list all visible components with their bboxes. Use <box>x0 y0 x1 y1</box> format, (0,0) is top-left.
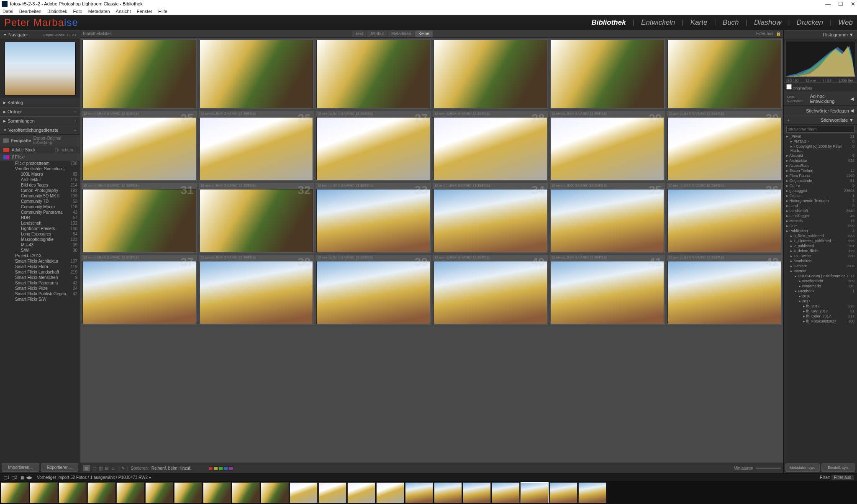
grid-cell[interactable] <box>432 38 549 110</box>
export-button[interactable]: Exportieren... <box>41 463 79 472</box>
histogram[interactable] <box>785 41 855 77</box>
nav-back-icon[interactable]: ◀ <box>26 475 29 480</box>
publish-item[interactable]: Smart Flickr Flora119 <box>0 264 80 269</box>
keyword-item[interactable]: ▸ geotagged23608 <box>784 188 857 193</box>
filter-tab-text[interactable]: Text <box>352 31 366 37</box>
keyword-item[interactable]: ▸ fb_Fotokunst2017180 <box>784 319 857 324</box>
keyword-item[interactable]: ▸ veröffentlicht289 <box>784 279 857 284</box>
keyword-item[interactable]: ▸ DSLR-Forum ( dslr-forum.de )14 <box>784 274 857 279</box>
keyword-item[interactable]: ▸ AspectRatio <box>784 163 857 168</box>
publish-item[interactable]: HDR57 <box>0 215 80 220</box>
publish-item[interactable]: Bild des Tages214 <box>0 182 80 188</box>
publish-item[interactable]: Lightroom Presets188 <box>0 226 80 231</box>
maximize-button[interactable]: ☐ <box>838 1 843 7</box>
filmstrip-thumb[interactable] <box>463 482 491 503</box>
filmstrip-thumb[interactable] <box>87 482 115 503</box>
grid-cell[interactable]: 12 mm (LUMIX G VARIO 12-35/F2.8)28 <box>432 110 549 182</box>
keyword-item[interactable]: ▸ Hintergruende Texturen3 <box>784 198 857 203</box>
compare-view-button[interactable]: ◫ <box>99 466 103 471</box>
grid-cell[interactable] <box>198 38 315 110</box>
keyword-item[interactable]: ▸ Essen Trinken12 <box>784 168 857 173</box>
secondary-monitor-2-icon[interactable]: ▢2 <box>11 475 18 480</box>
publish-adobestock[interactable]: Adobe StockEinrichten... <box>0 146 80 154</box>
filmstrip-thumb[interactable] <box>174 482 202 503</box>
keyword-item[interactable]: ▸ - Copyright (c) 2008 by Peter Marb...0 <box>784 144 857 153</box>
filter-tab-metadaten[interactable]: Metadaten <box>388 31 414 37</box>
module-buch[interactable]: Buch <box>723 18 739 27</box>
keyword-item[interactable]: ▸ Gegenstände51 <box>784 178 857 183</box>
filmstrip-filter-preset[interactable]: Filter aus <box>831 475 854 480</box>
filmstrip-thumb[interactable] <box>145 482 173 503</box>
keyword-item[interactable]: ▸ Abstrakt9 <box>784 153 857 158</box>
publish-harddrive[interactable]: Festplatte Export-Original toDesktop <box>0 135 80 146</box>
publish-item[interactable]: Makrophotografie123 <box>0 237 80 242</box>
filmstrip-thumb[interactable] <box>549 482 577 503</box>
navigator-header[interactable]: ▼Navigator Einpas. Ausfül. 1:1 2:1 <box>0 30 80 39</box>
filmstrip-thumb[interactable] <box>434 482 462 503</box>
filmstrip[interactable] <box>0 481 857 504</box>
keyword-item[interactable]: ▸ Genre2 <box>784 183 857 188</box>
catalog-header[interactable]: ▶Katalog <box>0 98 80 107</box>
filter-lock-icon[interactable]: 🔒 <box>776 31 781 36</box>
menu-fenster[interactable]: Fenster <box>137 9 152 14</box>
publish-item[interactable]: Flickr photostream708 <box>0 161 80 166</box>
publish-item[interactable]: Smart Flickr Architektur107 <box>0 258 80 264</box>
menu-metadaten[interactable]: Metadaten <box>88 9 110 14</box>
menu-ansicht[interactable]: Ansicht <box>116 9 131 14</box>
grid-cell[interactable]: 12 mm (LUMIX G VARIO 12-35/F2.8)26 <box>198 110 315 182</box>
grid-cell[interactable]: 12 mm (LUMIX G VARIO 12-35/F2.8)39 <box>315 254 431 325</box>
grid-cell[interactable]: 12 mm (LUMIX G VARIO 12-35/F2.8)36 <box>666 182 783 253</box>
sync-settings-button[interactable]: Einstell. syn. <box>821 463 856 472</box>
grid-cell[interactable]: 12 mm (LUMIX G VARIO 12-35/F2.8)37 <box>81 254 198 325</box>
filmstrip-thumb[interactable] <box>318 482 346 503</box>
filmstrip-thumb[interactable] <box>232 482 260 503</box>
survey-view-button[interactable]: ⊞ <box>105 466 108 471</box>
grid-cell[interactable]: 12 mm (LUMIX G VARIO 12-35/F2.8)29 <box>549 110 666 182</box>
keyword-item[interactable]: ▸ fb_BW_201751 <box>784 309 857 314</box>
keyword-item[interactable]: ▸ Flora Fauna1160 <box>784 173 857 178</box>
publish-item[interactable]: Smart Flickr Pilze24 <box>0 286 80 291</box>
grid-cell[interactable] <box>666 38 783 110</box>
quickdev-header[interactable]: Lens-CorrectionAd-hoc-Entwicklung ◀ <box>784 92 857 106</box>
keyword-item[interactable]: ▸ bearbeiten <box>784 258 857 264</box>
keyword-item[interactable]: ▸ Publikation3 <box>784 228 857 233</box>
publish-item[interactable]: Community Panorama43 <box>0 210 80 215</box>
menu-bibliothek[interactable]: Bibliothek <box>47 9 67 14</box>
publish-item[interactable]: Canon Photography192 <box>0 188 80 193</box>
keywording-header[interactable]: Stichwörter festlegen ◀ <box>784 106 857 115</box>
keyword-item[interactable]: ▸ 16_Twitter330 <box>784 253 857 258</box>
menu-bearbeiten[interactable]: Bearbeiten <box>19 9 41 14</box>
publish-item[interactable]: Community 7D53 <box>0 199 80 204</box>
keywordlist-header[interactable]: +Stichwortliste ▼ <box>784 115 857 125</box>
originalfoto-checkbox[interactable] <box>786 84 792 90</box>
keyword-item[interactable]: ▸ Land5 <box>784 203 857 208</box>
menu-foto[interactable]: Foto <box>73 9 82 14</box>
filmstrip-thumb[interactable] <box>290 482 318 503</box>
keyword-item[interactable]: ▸ Facebook1 <box>784 289 857 294</box>
filmstrip-thumb[interactable] <box>578 482 606 503</box>
sort-select[interactable]: Reihenf. beim Hinzuf. <box>151 466 192 471</box>
grid-cell[interactable] <box>549 38 666 110</box>
close-button[interactable]: ✕ <box>851 1 855 7</box>
keyword-item[interactable]: ▸ Mensch13 <box>784 218 857 223</box>
publish-item[interactable]: Smart Flickr S/W <box>0 297 80 302</box>
navigator-zoom-options[interactable]: Einpas. Ausfül. 1:1 2:1 <box>43 33 77 37</box>
publish-item[interactable]: Smart Flickr Menschen9 <box>0 275 80 280</box>
module-web[interactable]: Web <box>838 18 853 27</box>
filmstrip-thumb[interactable] <box>261 482 289 503</box>
histogram-header[interactable]: Histogramm ▼ <box>784 30 857 39</box>
publish-item[interactable]: Landschaft132 <box>0 220 80 226</box>
publish-item[interactable]: Community Macro118 <box>0 204 80 210</box>
grid-cell[interactable]: 12 mm (LUMIX G VARIO 12-35/F2.8)32 <box>198 182 315 253</box>
folders-header[interactable]: ▶Ordner+ <box>0 107 80 116</box>
grid-cell[interactable]: 12 mm (LUMIX G VARIO 12-35/F2.8)33 <box>315 182 431 253</box>
grid-cell[interactable]: 12 mm (LUMIX G VARIO 12-35/F2.8)34 <box>432 182 549 253</box>
keyword-item[interactable]: ▸ fb_2017216 <box>784 304 857 309</box>
filmstrip-thumb[interactable] <box>492 482 520 503</box>
keyword-item[interactable]: ▸ 2016 <box>784 294 857 299</box>
keyword-item[interactable]: ▸ Geplant1 <box>784 193 857 198</box>
keyword-item[interactable]: ▸ Orte699 <box>784 223 857 228</box>
filmstrip-thumb[interactable] <box>203 482 231 503</box>
filmstrip-thumb[interactable] <box>405 482 433 503</box>
secondary-monitor-icon[interactable]: ▢1 <box>3 475 10 480</box>
